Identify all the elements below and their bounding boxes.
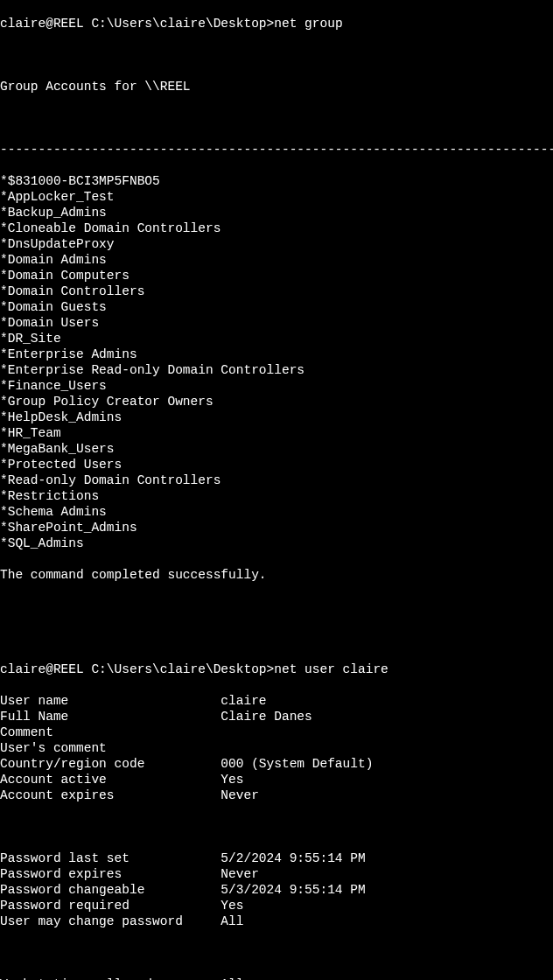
group-entry: *Domain Computers [0, 268, 553, 284]
prompt-line: claire@REEL C:\Users\claire\Desktop>net … [0, 662, 553, 677]
group-entry: *DnsUpdateProxy [0, 236, 553, 252]
user-info-line: Full Name Claire Danes [0, 709, 553, 724]
blank-line [0, 598, 553, 614]
group-entry: *Read-only Domain Controllers [0, 472, 553, 488]
group-entry: *DR_Site [0, 331, 553, 346]
blank-line [0, 47, 553, 63]
user-info-line: Account active Yes [0, 772, 553, 788]
group-entry: *HR_Team [0, 425, 553, 441]
group-entry: *SharePoint_Admins [0, 520, 553, 536]
group-entry: *Schema Admins [0, 504, 553, 520]
group-entry: *Restrictions [0, 488, 553, 504]
group-entry: *Enterprise Read-only Domain Controllers [0, 362, 553, 378]
group-entry: *Domain Admins [0, 252, 553, 268]
command-text: net user claire [274, 662, 388, 676]
password-info-line: Password last set 5/2/2024 9:55:14 PM [0, 850, 553, 866]
group-entry: *SQL_Admins [0, 536, 553, 551]
user-info-line: Account expires Never [0, 788, 553, 803]
group-entry: *$831000-BCI3MP5FNBO5 [0, 173, 553, 189]
user-info-line: Comment [0, 724, 553, 740]
group-entry: *Domain Users [0, 315, 553, 331]
netgroup-header: Group Accounts for \\REEL [0, 79, 553, 94]
user-info-line: User's comment [0, 740, 553, 756]
password-info-line: Password expires Never [0, 866, 553, 882]
completed-msg: The command completed successfully. [0, 567, 553, 583]
group-entry: *Group Policy Creator Owners [0, 394, 553, 410]
blank-line [0, 819, 553, 835]
user-info-line: Country/region code 000 (System Default) [0, 756, 553, 772]
group-entry: *Enterprise Admins [0, 346, 553, 362]
group-entry: *Cloneable Domain Controllers [0, 220, 553, 236]
group-entry: *Domain Controllers [0, 284, 553, 299]
command-text: net group [274, 17, 342, 31]
blank-line [0, 945, 553, 961]
user-info-line: User name claire [0, 693, 553, 709]
terminal-window[interactable]: claire@REEL C:\Users\claire\Desktop>net … [0, 0, 553, 980]
password-info-line: User may change password All [0, 914, 553, 929]
group-entry: *Finance_Users [0, 378, 553, 394]
group-entry: *Domain Guests [0, 299, 553, 315]
group-entry: *AppLocker_Test [0, 189, 553, 205]
separator: ----------------------------------------… [0, 142, 553, 158]
blank-line [0, 630, 553, 646]
group-entry: *MegaBank_Users [0, 441, 553, 457]
password-info-line: Password required Yes [0, 898, 553, 914]
blank-line [0, 110, 553, 126]
prompt: claire@REEL C:\Users\claire\Desktop> [0, 662, 274, 676]
workstation-info-line: Workstations allowed All [0, 976, 553, 980]
group-entry: *HelpDesk_Admins [0, 410, 553, 425]
prompt-line: claire@REEL C:\Users\claire\Desktop>net … [0, 16, 553, 32]
group-entry: *Protected Users [0, 457, 553, 472]
group-entry: *Backup_Admins [0, 205, 553, 220]
password-info-line: Password changeable 5/3/2024 9:55:14 PM [0, 882, 553, 898]
prompt: claire@REEL C:\Users\claire\Desktop> [0, 17, 274, 31]
